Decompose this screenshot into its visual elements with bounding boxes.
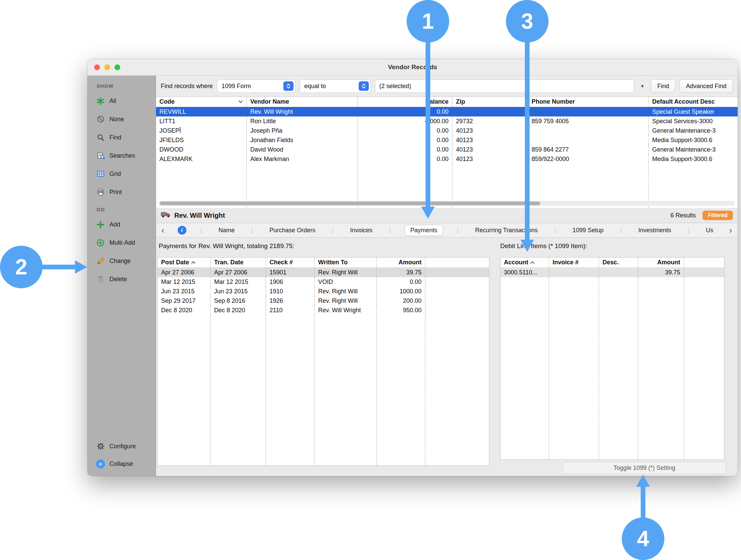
sidebar-item-collapse[interactable]: « Collapse: [87, 455, 156, 473]
tab-1099-setup[interactable]: 1099 Setup: [570, 225, 606, 236]
title-bar: Vendor Records: [87, 59, 738, 76]
column-header-code[interactable]: Code: [156, 97, 247, 107]
sidebar-item-print[interactable]: Print: [87, 183, 156, 201]
find-operator-dropdown[interactable]: equal to: [300, 79, 371, 93]
circled-plus-icon: [96, 238, 105, 247]
sidebar-label: Configure: [109, 443, 136, 450]
advanced-find-button[interactable]: Advanced Find: [680, 79, 733, 93]
sidebar-item-searches[interactable]: Searches: [87, 146, 156, 165]
cell-written-to: Rev. Right Will: [315, 296, 377, 305]
column-header-balance[interactable]: Balance: [358, 97, 453, 107]
cell-account: General Maintenance-3: [649, 126, 738, 135]
tab-invoices[interactable]: Invoices: [348, 225, 375, 236]
debit-table-empty-area: [501, 277, 724, 459]
sidebar-item-delete[interactable]: Delete: [87, 270, 156, 288]
sidebar-item-configure[interactable]: Configure: [87, 437, 156, 455]
callout-4-arrowhead: [636, 475, 650, 487]
scrollbar-thumb[interactable]: [160, 202, 540, 205]
column-header-written-to[interactable]: Written To: [315, 258, 377, 267]
cell-name: Joseph Pña: [247, 126, 358, 135]
column-header-zip[interactable]: Zip: [453, 97, 528, 107]
toggle-1099-button[interactable]: Toggle 1099 (*) Setting: [563, 462, 726, 474]
column-header-tran-date[interactable]: Tran. Date: [211, 258, 266, 267]
payment-row[interactable]: Sep 29 2017 Sep 8 2016 1926 Rev. Right W…: [158, 296, 489, 305]
callout-2-arrow: [41, 265, 76, 269]
tabs-scroll-right-icon[interactable]: ›: [728, 226, 734, 235]
payment-row[interactable]: Mar 12 2015 Mar 12 2015 1906 VOID 0.00: [158, 277, 489, 287]
table-row[interactable]: JFIELDS Jonathan Fields 0.00 40123 Media…: [156, 135, 738, 145]
tab-us-truncated[interactable]: Us: [703, 225, 716, 236]
tab-recurring-transactions[interactable]: Recurring Transactions: [472, 225, 540, 236]
column-header-amount[interactable]: Amount: [377, 258, 426, 267]
minimize-button[interactable]: [104, 64, 110, 70]
sidebar-item-find[interactable]: Find: [87, 128, 156, 146]
callout-3: 3: [506, 0, 548, 43]
cell-balance: 0.00: [358, 145, 453, 154]
cell-phone: [528, 107, 649, 116]
tabs-scroll-left-icon[interactable]: ‹: [160, 226, 166, 235]
column-header-phone[interactable]: Phone Number: [528, 97, 649, 107]
tab-separator: ⋮: [249, 227, 255, 234]
cell-written-to: Rev. Right Will: [315, 287, 377, 296]
sidebar-item-change[interactable]: Change: [87, 252, 156, 270]
close-button[interactable]: [94, 64, 100, 70]
tab-name[interactable]: Name: [216, 225, 237, 236]
table-row[interactable]: REVWILL Rev. Will Wright 0.00 Special Gu…: [156, 107, 738, 116]
payment-row[interactable]: Apr 27 2006 Apr 27 2006 15901 Rev. Right…: [158, 268, 489, 277]
tab-purchase-orders[interactable]: Purchase Orders: [267, 225, 318, 236]
zoom-button[interactable]: [114, 64, 120, 70]
cell-balance: -1000.00: [358, 116, 453, 126]
find-field-dropdown[interactable]: 1099 Form: [217, 79, 296, 93]
cell-name: Rev. Will Wright: [247, 107, 358, 116]
tab-investments[interactable]: Investments: [636, 225, 674, 236]
find-bar: Find records where 1099 Form equal to ▼ …: [156, 76, 738, 97]
callout-3-arrow: [525, 40, 530, 240]
find-operator-value: equal to: [304, 83, 326, 90]
horizontal-scrollbar[interactable]: [159, 201, 735, 206]
column-header-account[interactable]: Account: [501, 258, 549, 267]
sidebar-item-add[interactable]: Add: [87, 215, 156, 234]
table-row[interactable]: ALEXMARK Alex Markman 0.00 40123 859/922…: [156, 154, 738, 164]
info-icon[interactable]: i: [178, 226, 186, 235]
cell-tran-date: Jun 23 2015: [211, 287, 266, 296]
tab-separator: ⋮: [552, 227, 558, 234]
column-header-vendor-name[interactable]: Vendor Name: [247, 97, 358, 107]
table-row[interactable]: JOSEPÎ Joseph Pña 0.00 40123 General Mai…: [156, 126, 738, 135]
cell-zip: 40123: [453, 145, 528, 154]
cell-zip: 29732: [453, 116, 528, 126]
cell-amount: 200.00: [377, 296, 426, 305]
debit-row[interactable]: 3000.5110... 39.75: [501, 268, 724, 277]
vendor-results-table: Code Vendor Name Balance Zip Phone Numbe…: [156, 97, 738, 208]
column-header-invoice[interactable]: Invoice #: [549, 258, 599, 267]
column-header-desc[interactable]: Desc.: [599, 258, 638, 267]
tab-separator: ⋮: [330, 227, 336, 234]
tab-separator: ⋮: [618, 227, 624, 234]
filtered-badge[interactable]: Filtered: [702, 211, 733, 220]
payment-row[interactable]: Jun 23 2015 Jun 23 2015 1910 Rev. Right …: [158, 287, 489, 296]
table-row[interactable]: LITT1 Ron Little -1000.00 29732 859 759 …: [156, 116, 738, 126]
table-row[interactable]: DWOOD David Wood 0.00 40123 859 864 2277…: [156, 145, 738, 154]
find-button[interactable]: Find: [651, 79, 675, 93]
sidebar-label: Find: [109, 134, 121, 141]
cell-amount: 39.75: [638, 268, 684, 277]
value-dropdown-arrow-icon[interactable]: ▼: [638, 84, 647, 89]
sidebar-item-multi-add[interactable]: Multi-Add: [87, 234, 156, 252]
find-value-field[interactable]: [375, 79, 634, 93]
cell-written-to: VOID: [315, 277, 377, 287]
cell-written-to: Rev. Right Will: [315, 268, 377, 277]
column-header-check[interactable]: Check #: [266, 258, 315, 267]
sidebar-item-all[interactable]: All: [87, 92, 156, 110]
column-header-account[interactable]: Default Account Desc: [649, 97, 738, 107]
column-header-amount[interactable]: Amount: [638, 258, 684, 267]
column-header-post-date[interactable]: Post Date: [158, 258, 211, 267]
payment-row[interactable]: Dec 8 2020 Dec 8 2020 2110 Rev. Will Wri…: [158, 305, 489, 315]
cell-amount: 950.00: [377, 305, 426, 315]
tab-separator: ⋮: [387, 227, 393, 234]
callout-1-arrowhead: [421, 207, 435, 219]
sidebar-item-none[interactable]: None: [87, 110, 156, 128]
cell-check: 1926: [266, 296, 315, 305]
sidebar-item-grid[interactable]: Grid: [87, 165, 156, 183]
tab-payments[interactable]: Payments: [405, 225, 443, 236]
cell-code: REVWILL: [156, 107, 247, 116]
cell-tran-date: Sep 8 2016: [211, 296, 266, 305]
